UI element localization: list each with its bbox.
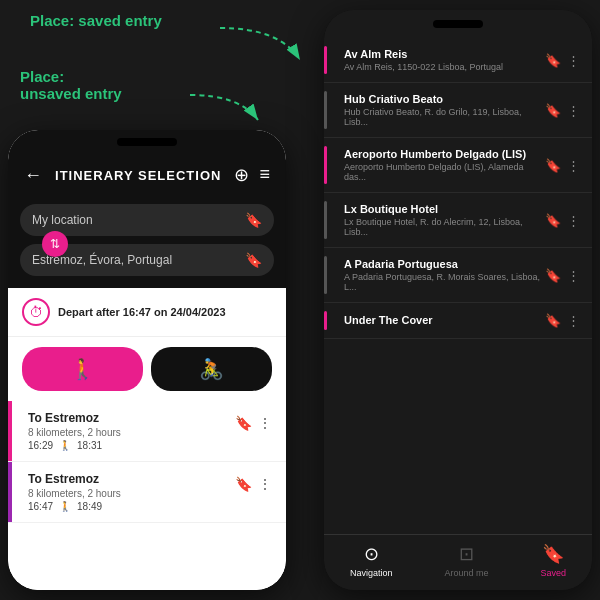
place-address: Av Alm Reis, 1150-022 Lisboa, Portugal: [344, 62, 545, 72]
list-item[interactable]: A Padaria Portuguesa A Padaria Portugues…: [324, 248, 592, 303]
list-item[interactable]: Aeroporto Humberto Delgado (LIS) Aeropor…: [324, 138, 592, 193]
around-me-icon: ⊡: [459, 543, 474, 565]
depart-bar[interactable]: ⏱ Depart after 16:47 on 24/04/2023: [8, 288, 286, 337]
table-row[interactable]: To Estremoz 8 kilometers, 2 hours 16:29 …: [8, 401, 286, 462]
left-status-bar: [8, 130, 286, 154]
places-list: Av Alm Reis Av Alm Reis, 1150-022 Lisboa…: [324, 38, 592, 534]
annotation-saved: Place: saved entry: [30, 12, 162, 29]
route-title: To Estremoz: [28, 411, 235, 425]
place-address: Lx Boutique Hotel, R. do Alecrim, 12, Li…: [344, 217, 545, 237]
add-icon[interactable]: ⊕: [234, 164, 249, 186]
nav-label-saved: Saved: [540, 568, 566, 578]
left-phone: ← ITINERARY SELECTION ⊕ ≡ My location 🔖 …: [8, 130, 286, 590]
route-times: 16:29 🚶 18:31: [28, 440, 235, 451]
place-name: Under The Cover: [344, 314, 545, 326]
route-more-icon[interactable]: ⋮: [258, 415, 272, 431]
depart-text: Depart after 16:47 on 24/04/2023: [58, 306, 226, 318]
unsaved-indicator: [324, 201, 327, 239]
saved-icon: 🔖: [542, 543, 564, 565]
route-bookmark-filled-icon[interactable]: 🔖: [235, 476, 252, 492]
more-icon[interactable]: ⋮: [567, 268, 580, 283]
bookmark-filled-icon[interactable]: 🔖: [545, 158, 561, 173]
place-name: Hub Criativo Beato: [344, 93, 545, 105]
clock-icon: ⏱: [22, 298, 50, 326]
back-button[interactable]: ←: [24, 165, 42, 186]
saved-indicator: [324, 146, 327, 184]
route-times: 16:47 🚶 18:49: [28, 501, 235, 512]
bike-tab[interactable]: 🚴: [151, 347, 272, 391]
unsaved-indicator: [324, 256, 327, 294]
bookmark-filled-icon[interactable]: 🔖: [545, 53, 561, 68]
walk-icon: 🚶: [70, 357, 95, 381]
bookmark-empty-icon[interactable]: 🔖: [545, 213, 561, 228]
page-title: ITINERARY SELECTION: [55, 168, 221, 183]
place-name: Lx Boutique Hotel: [344, 203, 545, 215]
walk-icon-small: 🚶: [59, 440, 71, 451]
destination-text: Estremoz, Évora, Portugal: [32, 253, 237, 267]
place-name: Aeroporto Humberto Delgado (LIS): [344, 148, 545, 160]
place-address: Hub Criativo Beato, R. do Grilo, 119, Li…: [344, 107, 545, 127]
table-row[interactable]: To Estremoz 8 kilometers, 2 hours 16:47 …: [8, 462, 286, 523]
nav-item-navigation[interactable]: ⊙ Navigation: [350, 543, 393, 578]
more-icon[interactable]: ⋮: [567, 313, 580, 328]
route-subtitle: 8 kilometers, 2 hours: [28, 488, 235, 499]
more-icon[interactable]: ⋮: [567, 103, 580, 118]
origin-bookmark-icon[interactable]: 🔖: [245, 212, 262, 228]
left-header: ← ITINERARY SELECTION ⊕ ≡: [8, 154, 286, 196]
route-bookmark-icon[interactable]: 🔖: [235, 415, 252, 431]
route-subtitle: 8 kilometers, 2 hours: [28, 427, 235, 438]
list-item[interactable]: Av Alm Reis Av Alm Reis, 1150-022 Lisboa…: [324, 38, 592, 83]
nav-item-around-me[interactable]: ⊡ Around me: [444, 543, 488, 578]
right-notch: [433, 20, 483, 28]
more-icon[interactable]: ⋮: [567, 53, 580, 68]
list-item[interactable]: Lx Boutique Hotel Lx Boutique Hotel, R. …: [324, 193, 592, 248]
more-icon[interactable]: ⋮: [567, 158, 580, 173]
left-notch: [117, 138, 177, 146]
bottom-nav: ⊙ Navigation ⊡ Around me 🔖 Saved: [324, 534, 592, 590]
walk-icon-small: 🚶: [59, 501, 71, 512]
place-name: A Padaria Portuguesa: [344, 258, 545, 270]
saved-indicator: [324, 46, 327, 74]
route-more-icon[interactable]: ⋮: [258, 476, 272, 492]
swap-button[interactable]: ⇅: [42, 231, 68, 257]
nav-item-saved[interactable]: 🔖 Saved: [540, 543, 566, 578]
bookmark-filled-icon[interactable]: 🔖: [545, 313, 561, 328]
walk-tab[interactable]: 🚶: [22, 347, 143, 391]
more-icon[interactable]: ⋮: [567, 213, 580, 228]
destination-bookmark-icon[interactable]: 🔖: [245, 252, 262, 268]
place-name: Av Alm Reis: [344, 48, 545, 60]
list-item[interactable]: Hub Criativo Beato Hub Criativo Beato, R…: [324, 83, 592, 138]
bookmark-empty-icon[interactable]: 🔖: [545, 268, 561, 283]
annotation-unsaved: Place:unsaved entry: [20, 68, 122, 102]
menu-icon[interactable]: ≡: [259, 164, 270, 186]
right-status-bar: [324, 10, 592, 38]
nav-label-navigation: Navigation: [350, 568, 393, 578]
bike-icon: 🚴: [199, 357, 224, 381]
right-phone: Av Alm Reis Av Alm Reis, 1150-022 Lisboa…: [324, 10, 592, 590]
saved-indicator: [324, 311, 327, 330]
nav-label-around-me: Around me: [444, 568, 488, 578]
place-address: Aeroporto Humberto Delgado (LIS), Alamed…: [344, 162, 545, 182]
route-list: To Estremoz 8 kilometers, 2 hours 16:29 …: [8, 401, 286, 590]
route-color-bar: [8, 401, 12, 461]
navigation-icon: ⊙: [364, 543, 379, 565]
bookmark-empty-icon[interactable]: 🔖: [545, 103, 561, 118]
inputs-area: My location 🔖 ⇅ Estremoz, Évora, Portuga…: [8, 196, 286, 288]
route-color-bar: [8, 462, 12, 522]
origin-text: My location: [32, 213, 237, 227]
transport-tabs: 🚶 🚴: [8, 337, 286, 401]
route-title: To Estremoz: [28, 472, 235, 486]
list-item[interactable]: Under The Cover 🔖 ⋮: [324, 303, 592, 339]
place-address: A Padaria Portuguesa, R. Morais Soares, …: [344, 272, 545, 292]
unsaved-indicator: [324, 91, 327, 129]
